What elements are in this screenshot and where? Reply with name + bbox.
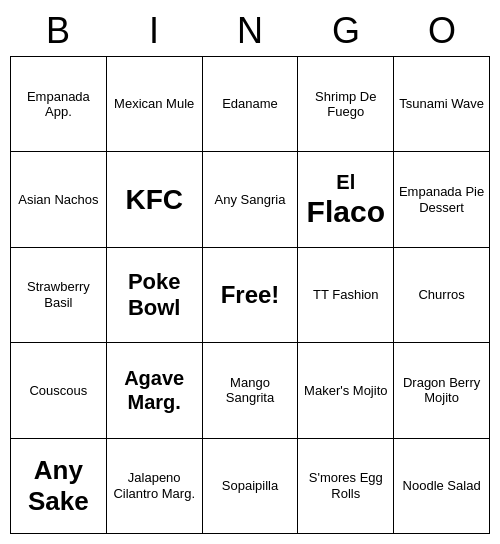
cell-r3-c2: Mango Sangrita (202, 343, 298, 438)
cell-r1-c3: ElFlaco (298, 152, 394, 247)
bingo-title: B I N G O (10, 10, 490, 52)
title-letter-b: B (10, 10, 106, 52)
cell-r2-c4: Churros (394, 247, 490, 342)
cell-r0-c1: Mexican Mule (106, 57, 202, 152)
cell-r0-c4: Tsunami Wave (394, 57, 490, 152)
cell-r4-c1: Jalapeno Cilantro Marg. (106, 438, 202, 533)
cell-r4-c4: Noodle Salad (394, 438, 490, 533)
cell-r1-c4: Empanada Pie Dessert (394, 152, 490, 247)
cell-r1-c0: Asian Nachos (11, 152, 107, 247)
cell-r4-c2: Sopaipilla (202, 438, 298, 533)
cell-r0-c3: Shrimp De Fuego (298, 57, 394, 152)
title-letter-n: N (202, 10, 298, 52)
title-letter-g: G (298, 10, 394, 52)
cell-r4-c3: S'mores Egg Rolls (298, 438, 394, 533)
cell-r3-c3: Maker's Mojito (298, 343, 394, 438)
title-letter-o: O (394, 10, 490, 52)
cell-r2-c1: PokeBowl (106, 247, 202, 342)
cell-r1-c2: Any Sangria (202, 152, 298, 247)
cell-r4-c0: AnySake (11, 438, 107, 533)
cell-r2-c0: Strawberry Basil (11, 247, 107, 342)
cell-r2-c2: Free! (202, 247, 298, 342)
cell-r1-c1: KFC (106, 152, 202, 247)
cell-r3-c0: Couscous (11, 343, 107, 438)
title-letter-i: I (106, 10, 202, 52)
cell-r0-c2: Edaname (202, 57, 298, 152)
cell-r2-c3: TT Fashion (298, 247, 394, 342)
cell-r0-c0: Empanada App. (11, 57, 107, 152)
cell-r3-c4: Dragon Berry Mojito (394, 343, 490, 438)
cell-r3-c1: AgaveMarg. (106, 343, 202, 438)
bingo-grid: Empanada App.Mexican MuleEdanameShrimp D… (10, 56, 490, 534)
